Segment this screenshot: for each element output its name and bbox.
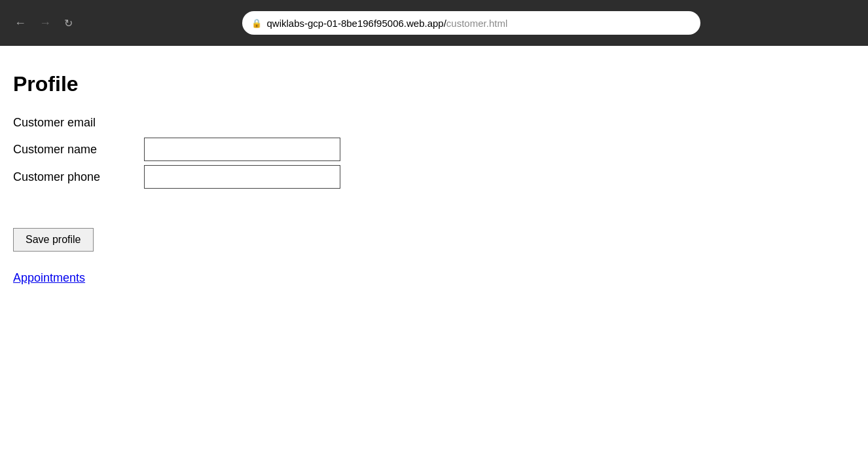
page-title: Profile xyxy=(13,72,855,96)
name-row: Customer name xyxy=(13,138,855,161)
phone-row: Customer phone xyxy=(13,165,855,189)
lock-icon: 🔒 xyxy=(251,18,262,28)
back-button[interactable]: ← xyxy=(10,14,30,31)
url-display: qwiklabs-gcp-01-8be196f95006.web.app/cus… xyxy=(267,18,508,29)
forward-button[interactable]: → xyxy=(35,14,55,31)
page-content: Profile Customer email Customer name Cus… xyxy=(0,46,868,298)
save-profile-button[interactable]: Save profile xyxy=(13,228,94,252)
url-main: qwiklabs-gcp-01-8be196f95006.web.app/ xyxy=(267,18,446,29)
browser-chrome: ← → ↻ 🔒 qwiklabs-gcp-01-8be196f95006.web… xyxy=(0,0,868,46)
url-path: customer.html xyxy=(446,18,507,29)
nav-buttons: ← → ↻ xyxy=(10,14,77,32)
email-row: Customer email xyxy=(13,116,855,134)
reload-button[interactable]: ↻ xyxy=(60,14,77,32)
phone-input[interactable] xyxy=(144,165,340,189)
name-label: Customer name xyxy=(13,143,144,157)
form-section: Customer email Customer name Customer ph… xyxy=(13,116,855,189)
name-input[interactable] xyxy=(144,138,340,161)
appointments-link[interactable]: Appointments xyxy=(13,271,85,284)
address-bar[interactable]: 🔒 qwiklabs-gcp-01-8be196f95006.web.app/c… xyxy=(242,11,700,35)
email-label: Customer email xyxy=(13,116,96,130)
phone-label: Customer phone xyxy=(13,170,144,184)
